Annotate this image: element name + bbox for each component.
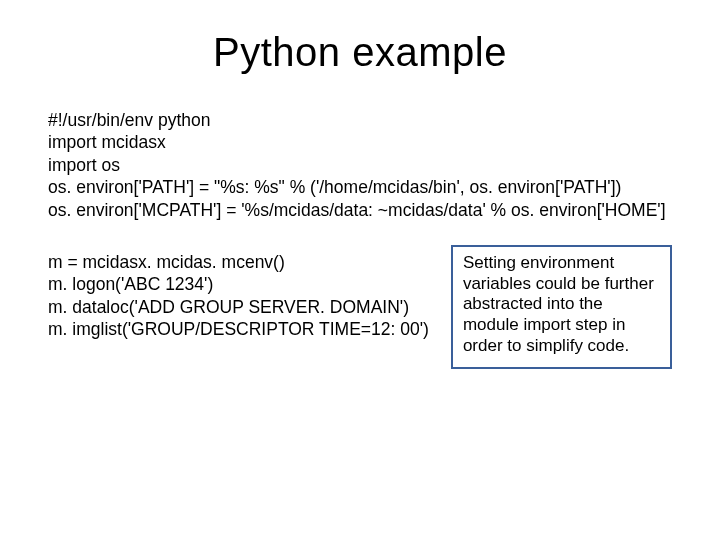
- code-line: os. environ['MCPATH'] = '%s/mcidas/data:…: [48, 199, 672, 221]
- note-text: Setting environment variables could be f…: [463, 253, 654, 355]
- code-block-left: m = mcidasx. mcidas. mcenv() m. logon('A…: [48, 251, 429, 341]
- code-line: m = mcidasx. mcidas. mcenv(): [48, 251, 429, 273]
- code-block-top: #!/usr/bin/env python import mcidasx imp…: [48, 109, 672, 221]
- code-line: m. imglist('GROUP/DESCRIPTOR TIME=12: 00…: [48, 318, 429, 340]
- code-line: m. dataloc('ADD GROUP SERVER. DOMAIN'): [48, 296, 429, 318]
- lower-row: m = mcidasx. mcidas. mcenv() m. logon('A…: [48, 251, 672, 369]
- code-line: os. environ['PATH'] = "%s: %s" % ('/home…: [48, 176, 672, 198]
- code-line: import os: [48, 154, 672, 176]
- note-box: Setting environment variables could be f…: [451, 245, 672, 369]
- slide: Python example #!/usr/bin/env python imp…: [0, 0, 720, 540]
- code-line: #!/usr/bin/env python: [48, 109, 672, 131]
- page-title: Python example: [48, 30, 672, 75]
- code-line: m. logon('ABC 1234'): [48, 273, 429, 295]
- code-line: import mcidasx: [48, 131, 672, 153]
